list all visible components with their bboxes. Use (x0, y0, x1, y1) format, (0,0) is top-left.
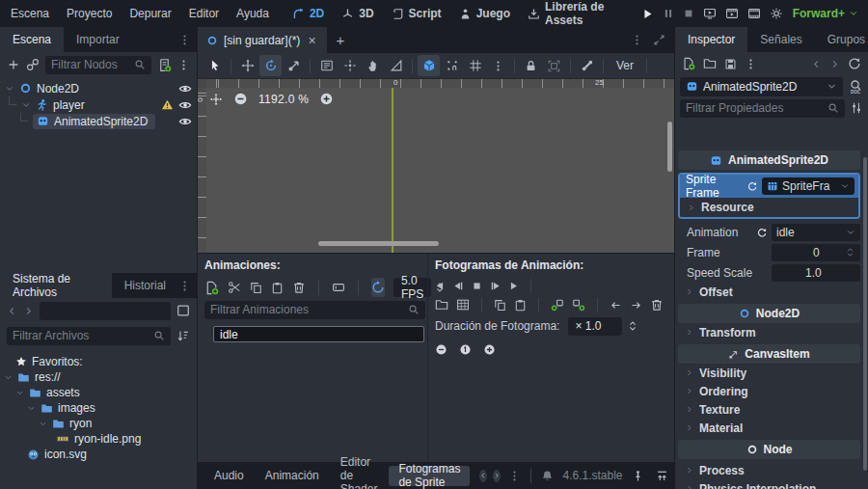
skeleton-options-button[interactable] (576, 55, 598, 76)
bottom-tab-audio[interactable]: Audio (204, 466, 254, 486)
lock-selected-button[interactable] (520, 55, 542, 76)
resource-menu-icon[interactable] (745, 58, 757, 70)
horizontal-scrollbar[interactable] (318, 241, 439, 246)
filter-nodes-input[interactable] (51, 58, 130, 71)
edit-history-icon[interactable] (848, 57, 861, 70)
frame-spinner-icon[interactable] (845, 247, 855, 258)
class-header-canvasitem[interactable]: CanvasItem (678, 344, 860, 364)
frame-value[interactable]: 0 (772, 244, 860, 261)
property-filter-icon[interactable] (850, 101, 863, 115)
smart-snap-button[interactable] (418, 55, 440, 76)
tab-historial[interactable]: Historial (112, 273, 178, 298)
workspace-assetlib[interactable]: Librería de Assets (519, 0, 641, 27)
history-back-icon[interactable] (811, 59, 822, 69)
nav-back-icon[interactable] (7, 306, 17, 316)
sort-files-icon[interactable] (176, 329, 190, 342)
play-icon[interactable] (508, 281, 519, 291)
delete-animation-icon[interactable] (292, 281, 306, 294)
tab-escena[interactable]: Escena (0, 27, 64, 52)
play-button[interactable] (641, 8, 654, 20)
menu-escena[interactable]: Escena (2, 0, 58, 27)
fps-value[interactable]: 5.0 FPS (393, 278, 431, 297)
bottom-tab-animacion[interactable]: Animación (256, 466, 329, 486)
load-resource-button[interactable] (703, 57, 717, 70)
vertical-scrollbar[interactable] (667, 122, 672, 172)
speed-scale-value[interactable]: 1.0 (772, 264, 860, 282)
renderer-selector[interactable]: Forward+ (793, 7, 858, 20)
expand-caret-icon[interactable] (5, 84, 14, 94)
remote-debug-icon[interactable] (703, 7, 717, 20)
split-mode-icon[interactable] (176, 304, 190, 317)
frame-duration-value[interactable]: × 1.0 (568, 317, 622, 336)
expand-caret-icon[interactable] (15, 389, 24, 397)
group-visibility[interactable]: Visibility (678, 364, 860, 382)
menu-depurar[interactable]: Depurar (121, 0, 179, 27)
scene-dock-menu-icon[interactable] (178, 34, 197, 46)
expand-caret-icon[interactable] (27, 404, 36, 413)
zoom-in-icon[interactable] (319, 92, 334, 106)
sprite-frames-value[interactable]: SpriteFra (762, 177, 854, 195)
snap-options-button[interactable] (487, 55, 509, 76)
bottom-tab-fotogramas-de-sprite[interactable]: Fotogramas de Sprite (389, 466, 470, 486)
tab-inspector[interactable]: Inspector (675, 27, 747, 52)
expand-bottom-panel-icon[interactable] (656, 470, 668, 482)
play-backwards-from-end-icon[interactable] (453, 281, 464, 291)
move-mode-button[interactable] (236, 55, 258, 76)
group-ordering[interactable]: Ordering (678, 382, 860, 400)
inspected-node-selector[interactable]: AnimatedSprite2D (680, 77, 843, 96)
scene-tree-menu-icon[interactable] (177, 59, 190, 71)
nav-forward-icon[interactable] (23, 306, 34, 316)
tree-row-player[interactable]: player (0, 96, 197, 113)
center-view-icon[interactable] (209, 93, 223, 106)
group-texture[interactable]: Texture (678, 400, 860, 419)
cut-icon[interactable] (228, 281, 241, 294)
open-docs-icon[interactable]: DOC (848, 79, 863, 95)
distraction-free-icon[interactable] (653, 34, 665, 46)
expand-caret-icon[interactable] (39, 420, 47, 428)
pause-button[interactable] (663, 8, 674, 19)
new-animation-button[interactable] (204, 281, 219, 295)
load-frames-icon[interactable] (435, 298, 448, 312)
group-physics-interpolation[interactable]: Physics Interpolation (678, 479, 860, 489)
insert-before-icon[interactable] (551, 298, 564, 312)
class-header-node[interactable]: Node (678, 440, 860, 459)
class-header-node2d[interactable]: Node2D (678, 304, 860, 323)
workspace-2d[interactable]: 2D (284, 7, 333, 20)
scale-mode-button[interactable] (283, 55, 305, 76)
move-pivot-button[interactable] (339, 55, 361, 76)
visibility-eye-icon[interactable] (178, 82, 192, 95)
bottom-menu-icon[interactable] (508, 470, 521, 482)
close-tab-icon[interactable]: × (306, 34, 317, 47)
bottom-next-button[interactable] (493, 470, 501, 482)
duration-spinner-icon[interactable] (627, 320, 638, 332)
pin-bottom-panel-icon[interactable] (632, 470, 644, 482)
zoom-level[interactable]: 1192.0 % (258, 93, 309, 106)
inspector-scrollbar[interactable] (863, 157, 867, 471)
visibility-eye-icon[interactable] (178, 115, 192, 128)
tree-row-res[interactable]: res:// (0, 369, 197, 385)
version-label[interactable]: 4.6.1.stable (562, 469, 622, 482)
add-node-button[interactable] (7, 58, 20, 71)
tree-row-animatedsprite2d[interactable]: AnimatedSprite2D (0, 113, 197, 129)
canvas-viewport[interactable]: 0 25 0 1192.0 % (198, 79, 674, 253)
tab-list-menu-icon[interactable] (631, 34, 643, 46)
show-selection-list-button[interactable] (315, 55, 338, 76)
revert-icon[interactable] (746, 180, 758, 192)
save-resource-button[interactable] (724, 58, 737, 70)
movie-maker-icon[interactable] (747, 7, 761, 20)
workspace-juego[interactable]: Juego (450, 7, 519, 20)
class-header-animatedsprite2d[interactable]: AnimatedSprite2D (678, 150, 860, 170)
group-transform[interactable]: Transform (678, 323, 860, 341)
copy-frame-icon[interactable] (494, 299, 506, 312)
menu-ayuda[interactable]: Ayuda (228, 0, 278, 27)
filter-properties-input[interactable] (686, 101, 824, 115)
menu-editor[interactable]: Editor (180, 0, 228, 27)
stop-icon[interactable] (472, 281, 482, 291)
selected-node[interactable]: AnimatedSprite2D (33, 114, 155, 129)
visibility-eye-icon[interactable] (178, 98, 192, 112)
stop-button[interactable] (683, 8, 694, 19)
rename-icon[interactable] (332, 281, 345, 294)
move-frame-left-icon[interactable] (610, 299, 622, 312)
tree-row-ryon-idle-png[interactable]: ryon-idle.png (0, 431, 197, 447)
insert-after-icon[interactable] (572, 298, 585, 312)
